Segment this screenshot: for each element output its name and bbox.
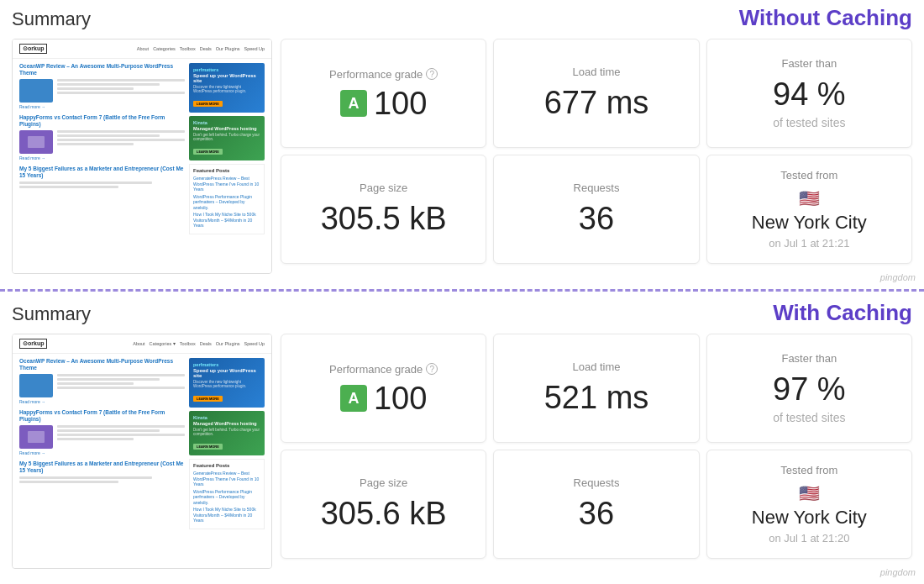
bottom-tested-from-card: Tested from 🇺🇸 New York City on Jul 1 at…	[706, 450, 912, 559]
bottom-performance-grade-label: Performance grade ?	[329, 363, 438, 376]
bottom-page-size-label: Page size	[360, 476, 407, 489]
top-caching-label: Without Caching	[739, 5, 912, 31]
bottom-metrics-grid: Performance grade ? A 100 Load time 521 …	[281, 334, 912, 559]
top-performance-grade-card: Performance grade ? A 100	[281, 39, 486, 148]
top-screenshot: ⊙orkup AboutCategoriesToolboxDealsOur Pl…	[12, 39, 272, 274]
top-location-value: New York City	[752, 212, 867, 234]
top-tested-from-card: Tested from 🇺🇸 New York City on Jul 1 at…	[706, 155, 912, 264]
bottom-performance-grade-value: A 100	[340, 382, 427, 414]
top-page-size-card: Page size 305.5 kB	[281, 155, 486, 264]
top-date-value: on Jul 1 at 21:21	[769, 237, 849, 250]
top-content: ⊙orkup AboutCategoriesToolboxDealsOur Pl…	[12, 39, 912, 274]
bottom-location-value: New York City	[752, 507, 867, 529]
bottom-requests-value: 36	[579, 496, 614, 532]
top-section: Summary Without Caching ⊙orkup AboutCate…	[0, 0, 924, 286]
bottom-faster-than-value: 97 %	[773, 371, 846, 408]
bottom-load-time-label: Load time	[572, 360, 620, 373]
bottom-pingdom-watermark: pingdom	[880, 567, 916, 577]
top-performance-grade-value: A 100	[340, 87, 427, 119]
bottom-faster-than-label: Faster than	[781, 352, 837, 365]
top-flag-icon: 🇺🇸	[799, 188, 820, 208]
top-faster-than-card: Faster than 94 % of tested sites	[706, 39, 912, 148]
bottom-faster-than-sub: of tested sites	[773, 411, 845, 424]
top-page-size-label: Page size	[360, 182, 407, 194]
bottom-date-value: on Jul 1 at 21:20	[769, 532, 849, 545]
top-faster-than-label: Faster than	[781, 57, 837, 70]
bottom-performance-grade-card: Performance grade ? A 100	[281, 334, 486, 443]
top-load-time-value: 677 ms	[544, 85, 649, 121]
performance-grade-help-icon[interactable]: ?	[426, 68, 438, 80]
bottom-page-size-card: Page size 305.6 kB	[281, 450, 486, 559]
top-performance-grade-label: Performance grade ?	[329, 68, 438, 81]
bottom-faster-than-card: Faster than 97 % of tested sites	[706, 334, 912, 443]
top-tested-from-label: Tested from	[780, 169, 837, 182]
top-load-time-card: Load time 677 ms	[493, 39, 699, 148]
bottom-requests-label: Requests	[574, 476, 620, 489]
top-requests-label: Requests	[574, 182, 620, 194]
bottom-caching-label: With Caching	[773, 300, 912, 326]
bottom-page-size-value: 305.6 kB	[321, 496, 447, 532]
top-pingdom-watermark: pingdom	[880, 272, 916, 282]
bottom-tested-from-label: Tested from	[780, 464, 837, 476]
bottom-load-time-card: Load time 521 ms	[493, 334, 699, 443]
top-faster-than-sub: of tested sites	[773, 116, 845, 129]
top-requests-value: 36	[579, 201, 614, 237]
bottom-screenshot: ⊙orkup AboutCategories ▾ToolboxDealsOur …	[12, 334, 272, 569]
top-grade-badge: A	[340, 90, 367, 117]
bottom-grade-badge: A	[340, 385, 367, 412]
bottom-section: Summary With Caching ⊙orkup AboutCategor…	[0, 295, 924, 581]
top-faster-than-value: 94 %	[773, 76, 846, 113]
bottom-performance-grade-help-icon[interactable]: ?	[426, 363, 438, 375]
bottom-content: ⊙orkup AboutCategories ▾ToolboxDealsOur …	[12, 334, 912, 569]
bottom-requests-card: Requests 36	[493, 450, 699, 559]
bottom-load-time-value: 521 ms	[544, 380, 649, 416]
top-page-size-value: 305.5 kB	[321, 201, 447, 237]
top-requests-card: Requests 36	[493, 155, 699, 264]
top-metrics-grid: Performance grade ? A 100 Load time 677 …	[281, 39, 912, 264]
bottom-flag-icon: 🇺🇸	[799, 483, 820, 503]
section-divider	[0, 289, 924, 292]
top-load-time-label: Load time	[572, 66, 620, 78]
